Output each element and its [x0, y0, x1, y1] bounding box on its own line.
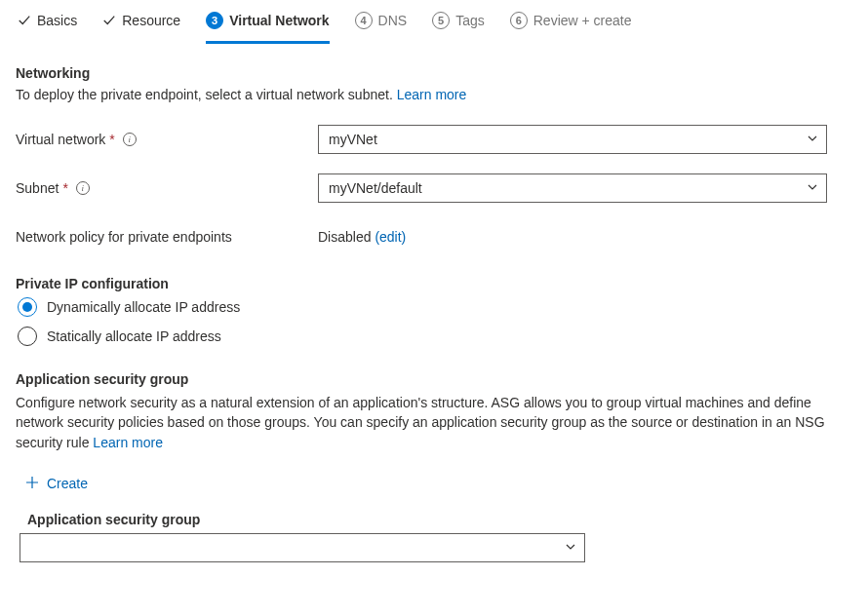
- radio-label: Dynamically allocate IP address: [47, 299, 240, 315]
- asg-heading: Application security group: [16, 371, 852, 387]
- create-asg-button[interactable]: Create: [21, 470, 92, 498]
- policy-value: Disabled (edit): [318, 229, 406, 245]
- plus-icon: [25, 476, 39, 492]
- chevron-down-icon: [807, 132, 818, 147]
- tab-label: DNS: [378, 13, 408, 28]
- ipconfig-heading: Private IP configuration: [16, 276, 852, 291]
- select-value: myVNet/default: [329, 180, 422, 196]
- row-subnet: Subnet * i myVNet/default: [16, 173, 852, 204]
- asg-select[interactable]: [20, 533, 585, 562]
- networking-description: To deploy the private endpoint, select a…: [16, 87, 852, 102]
- wizard-tabs: Basics Resource 3 Virtual Network 4 DNS …: [16, 8, 852, 44]
- tab-virtual-network[interactable]: 3 Virtual Network: [206, 8, 329, 44]
- row-network-policy: Network policy for private endpoints Dis…: [16, 221, 852, 252]
- tab-review-create[interactable]: 6 Review + create: [510, 8, 632, 44]
- required-asterisk: *: [109, 132, 114, 147]
- tab-label: Tags: [455, 13, 485, 28]
- check-icon: [18, 14, 31, 27]
- subnet-select[interactable]: myVNet/default: [318, 173, 827, 203]
- required-asterisk: *: [62, 180, 67, 196]
- tab-resource[interactable]: Resource: [102, 8, 180, 44]
- vnet-label: Virtual network * i: [16, 132, 318, 147]
- select-value: myVNet: [329, 132, 377, 147]
- networking-heading: Networking: [16, 65, 852, 81]
- row-virtual-network: Virtual network * i myVNet: [16, 124, 852, 155]
- radio-label: Statically allocate IP address: [47, 328, 221, 344]
- chevron-down-icon: [565, 540, 576, 556]
- subnet-label: Subnet * i: [16, 180, 318, 196]
- asg-description: Configure network security as a natural …: [16, 393, 835, 452]
- radio-dynamic-ip[interactable]: Dynamically allocate IP address: [18, 297, 852, 317]
- vnet-select[interactable]: myVNet: [318, 125, 827, 154]
- info-icon[interactable]: i: [76, 181, 90, 195]
- step-badge: 6: [510, 12, 528, 29]
- tab-dns[interactable]: 4 DNS: [355, 8, 408, 44]
- asg-subheading: Application security group: [27, 512, 852, 527]
- chevron-down-icon: [807, 180, 818, 196]
- policy-label: Network policy for private endpoints: [16, 229, 318, 245]
- step-badge: 4: [355, 12, 373, 29]
- radio-unselected-icon: [18, 327, 37, 346]
- radio-selected-icon: [18, 297, 37, 317]
- edit-link[interactable]: (edit): [375, 229, 406, 245]
- ip-allocation-group: Dynamically allocate IP address Statical…: [18, 297, 852, 346]
- tab-label: Review + create: [533, 13, 632, 28]
- step-badge: 3: [206, 12, 223, 29]
- learn-more-link[interactable]: Learn more: [397, 87, 467, 102]
- create-label: Create: [47, 476, 88, 491]
- tab-label: Virtual Network: [229, 13, 329, 28]
- learn-more-link[interactable]: Learn more: [93, 435, 163, 450]
- tab-label: Basics: [37, 13, 77, 28]
- step-badge: 5: [432, 12, 450, 29]
- radio-static-ip[interactable]: Statically allocate IP address: [18, 327, 852, 346]
- tab-label: Resource: [122, 13, 180, 28]
- tab-basics[interactable]: Basics: [18, 8, 77, 44]
- tab-tags[interactable]: 5 Tags: [432, 8, 485, 44]
- check-icon: [102, 14, 116, 27]
- info-icon[interactable]: i: [123, 133, 137, 146]
